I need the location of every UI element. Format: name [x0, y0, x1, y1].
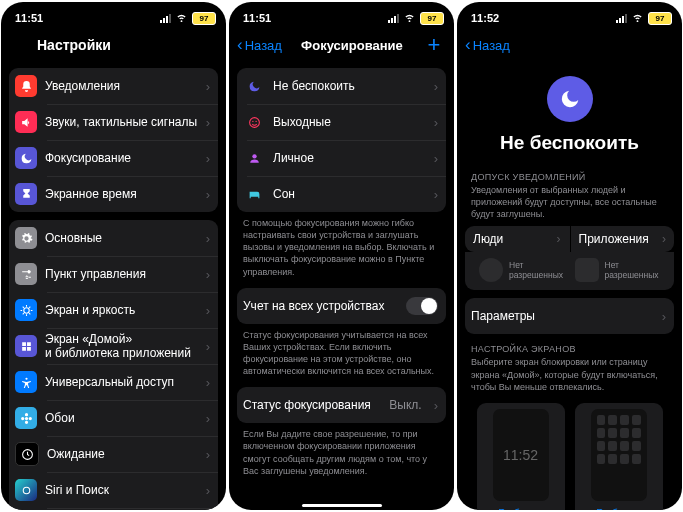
hourglass-icon [15, 183, 37, 205]
back-label: Назад [245, 38, 282, 53]
screens-sub: Выберите экран блокировки или страницу э… [457, 356, 682, 394]
row-label: Экран «Домой» и библиотека приложений [45, 332, 198, 361]
allow-header: ДОПУСК УВЕДОМЛЕНИЙ [457, 162, 682, 184]
person-icon [243, 147, 265, 169]
row-home-screen[interactable]: Экран «Домой» и библиотека приложений › [9, 328, 218, 364]
row-label: Экранное время [45, 187, 198, 201]
row-parameters[interactable]: Параметры › [465, 298, 674, 334]
row-wallpaper[interactable]: Обои › [9, 400, 218, 436]
lockscreen-card[interactable]: 11:52 Выбрать [477, 403, 565, 510]
select-home-button[interactable]: Выбрать [596, 501, 640, 510]
row-focus-status[interactable]: Статус фокусирования Выкл. › [237, 387, 446, 423]
row-label: Статус фокусирования [243, 398, 381, 412]
row-dnd[interactable]: Не беспокоить › [237, 68, 446, 104]
row-label: Личное [273, 151, 426, 165]
status-right: 97 [388, 12, 444, 25]
chevron-right-icon: › [206, 339, 210, 354]
allow-split: Люди › Приложения › [465, 226, 674, 252]
speaker-icon [15, 111, 37, 133]
row-sounds[interactable]: Звуки, тактильные сигналы › [9, 104, 218, 140]
row-notifications[interactable]: Уведомления › [9, 68, 218, 104]
sun-icon [15, 299, 37, 321]
hero: Не беспокоить [457, 60, 682, 162]
bed-icon [243, 183, 265, 205]
back-button[interactable]: ‹ Назад [465, 35, 510, 55]
row-label: Учет на всех устройствах [243, 299, 398, 313]
chevron-right-icon: › [206, 411, 210, 426]
cellular-icon [388, 14, 399, 23]
params-group: Параметры › [465, 298, 674, 334]
allow-sub: Уведомления от выбранных людей и приложе… [457, 184, 682, 222]
row-focus[interactable]: Фокусирование › [9, 140, 218, 176]
home-indicator[interactable] [302, 504, 382, 507]
row-label: Пункт управления [45, 267, 198, 281]
page-title: Фокусирование [282, 38, 422, 53]
cellular-icon [160, 14, 171, 23]
back-button[interactable]: ‹ Назад [237, 35, 282, 55]
allowed-people-empty: Нет разрешенных [479, 258, 565, 282]
add-button[interactable]: + [422, 32, 446, 58]
row-standby[interactable]: Ожидание › [9, 436, 218, 472]
chevron-right-icon: › [206, 375, 210, 390]
back-label: Назад [473, 38, 510, 53]
status-time: 11:51 [243, 12, 388, 24]
row-accessibility[interactable]: Универсальный доступ › [9, 364, 218, 400]
cellular-icon [616, 14, 627, 23]
status-bar: 11:51 97 [229, 2, 454, 30]
battery-indicator: 97 [648, 12, 672, 25]
accessibility-icon [15, 371, 37, 393]
row-label: Уведомления [45, 79, 198, 93]
toggle-sync[interactable] [406, 297, 438, 315]
chevron-right-icon: › [434, 115, 438, 130]
chevron-right-icon: › [434, 79, 438, 94]
row-label: Обои [45, 411, 198, 425]
wifi-icon [175, 12, 188, 25]
row-label: Основные [45, 231, 198, 245]
siri-icon [15, 479, 37, 501]
chevron-right-icon: › [206, 267, 210, 282]
status-right: 97 [616, 12, 672, 25]
row-siri[interactable]: Siri и Поиск › [9, 472, 218, 508]
select-lock-button[interactable]: Выбрать [498, 501, 542, 510]
status-right: 97 [160, 12, 216, 25]
phone-dnd-detail: 11:52 97 ‹ Назад Не беспокоить ДОПУСК УВ… [457, 2, 682, 510]
status-bar: 11:51 97 [1, 2, 226, 30]
row-general[interactable]: Основные › [9, 220, 218, 256]
empty-text: Нет разрешенных [509, 260, 563, 280]
chevron-right-icon: › [206, 447, 210, 462]
svg-point-0 [25, 377, 27, 379]
row-faceid[interactable]: Face ID и код-пароль › [9, 508, 218, 510]
row-sync-devices[interactable]: Учет на всех устройствах [237, 288, 446, 324]
row-weekend[interactable]: Выходные › [237, 104, 446, 140]
chevron-right-icon: › [206, 151, 210, 166]
chevron-right-icon: › [662, 232, 666, 246]
row-label: Параметры [471, 309, 654, 323]
status-time: 11:52 [471, 12, 616, 24]
homescreen-card[interactable]: Выбрать [575, 403, 663, 510]
svg-point-9 [252, 154, 256, 158]
settings-group-1: Уведомления › Звуки, тактильные сигналы … [9, 68, 218, 212]
avatar-placeholder-icon [479, 258, 503, 282]
nav-bar: Настройки [1, 30, 226, 60]
row-screentime[interactable]: Экранное время › [9, 176, 218, 212]
row-label: Ожидание [47, 447, 198, 461]
row-label: Экран и яркость [45, 303, 198, 317]
tab-apps[interactable]: Приложения › [570, 226, 675, 252]
row-sleep[interactable]: Сон › [237, 176, 446, 212]
homescreen-preview [591, 409, 647, 501]
row-control-center[interactable]: Пункт управления › [9, 256, 218, 292]
row-display[interactable]: Экран и яркость › [9, 292, 218, 328]
empty-text: Нет разрешенных [605, 260, 659, 280]
sync-footer-note: Статус фокусирования учитывается на всех… [229, 324, 454, 380]
row-personal[interactable]: Личное › [237, 140, 446, 176]
status-group: Статус фокусирования Выкл. › [237, 387, 446, 423]
screens-preview: 11:52 Выбрать Выбрать [457, 395, 682, 510]
tab-people[interactable]: Люди › [465, 226, 569, 252]
settings-group-2: Основные › Пункт управления › Экран и яр… [9, 220, 218, 510]
nav-bar: ‹ Назад [457, 30, 682, 60]
chevron-right-icon: › [206, 303, 210, 318]
grid-icon [15, 335, 37, 357]
allowed-apps-empty: Нет разрешенных [575, 258, 661, 282]
nav-bar: ‹ Назад Фокусирование + [229, 30, 454, 60]
svg-point-7 [252, 120, 253, 121]
